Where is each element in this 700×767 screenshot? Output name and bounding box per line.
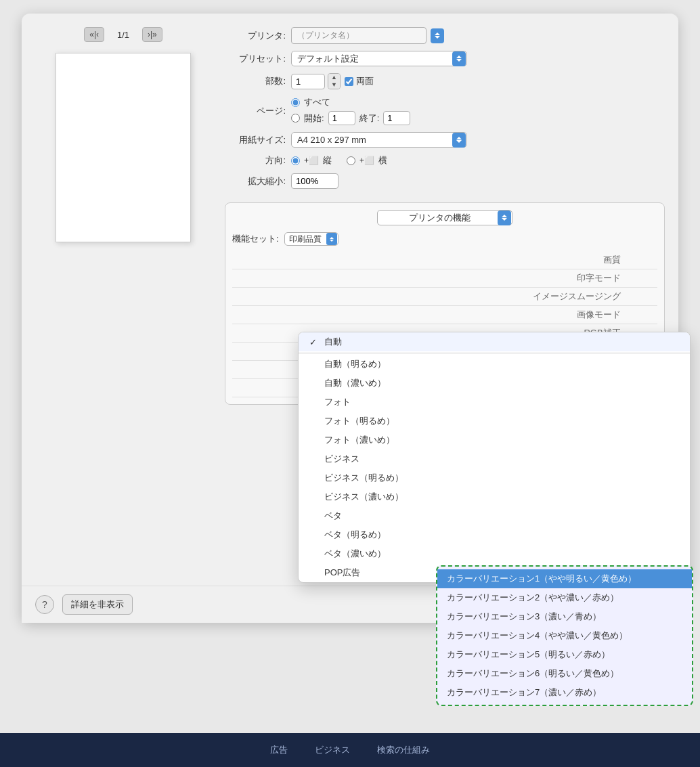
features-title-select[interactable]: プリンタの機能 (377, 210, 512, 225)
bottom-left: ? 詳細を非表示 (35, 594, 133, 615)
copies-increment-button[interactable]: ▲ (328, 74, 340, 81)
preset-arrow-down-icon (456, 59, 462, 62)
printer-control: （プリンタ名） (291, 27, 444, 44)
portrait-radio-label[interactable]: +⬜ 縦 (291, 154, 332, 167)
color-variation-item[interactable]: カラーバリエーション6（明るい／黄色め） (437, 664, 692, 683)
pages-all-radio[interactable] (291, 98, 300, 107)
dropdown-item[interactable]: フォト (299, 393, 690, 412)
printer-arrow-button[interactable] (431, 28, 444, 43)
printer-arrow-down-icon (435, 36, 440, 39)
color-variation-item[interactable]: カラーバリエーション2（やや濃い／赤め） (437, 588, 692, 607)
dropdown-item[interactable]: ベタ（濃いめ） (299, 544, 690, 563)
portrait-label: 縦 (323, 154, 332, 167)
feature-set-select-wrapper[interactable]: 印刷品質 (284, 232, 338, 246)
preset-select[interactable]: デフォルト設定 (291, 51, 467, 66)
feature-table-row: 印字モード (232, 269, 657, 288)
dropdown-separator (299, 353, 690, 353)
copies-decrement-button[interactable]: ▼ (328, 81, 340, 89)
next-last-button[interactable]: ›|» (142, 27, 162, 42)
color-variation-item[interactable]: カラーバリエーション4（やや濃い／黄色め） (437, 626, 692, 645)
copies-stepper: ▲ ▼ (328, 73, 341, 89)
duplex-checkbox[interactable] (345, 77, 353, 86)
features-title-dropdown[interactable]: プリンタの機能 (377, 210, 512, 225)
preset-arrow-button[interactable] (452, 51, 466, 66)
dropdown-item[interactable]: ビジネス（濃いめ） (299, 487, 690, 506)
feature-set-arrow-button[interactable] (326, 233, 337, 245)
feature-row-value (628, 269, 657, 288)
copies-label: 部数: (225, 75, 286, 87)
paper-size-row: 用紙サイズ: A4 210 x 297 mm (225, 132, 665, 148)
printer-name: （プリンタ名） (291, 27, 426, 44)
color-variation-item[interactable]: カラーバリエーション5（明るい／赤め） (437, 645, 692, 664)
paper-size-select-wrapper[interactable]: A4 210 x 297 mm (291, 132, 467, 148)
printer-select-wrapper (431, 28, 444, 43)
footer-link[interactable]: ビジネス (315, 744, 350, 756)
feature-row-value (628, 306, 657, 324)
feature-row-value (628, 251, 657, 269)
printer-label: プリンタ: (225, 30, 286, 42)
landscape-radio[interactable] (347, 156, 355, 165)
footer-link[interactable]: 検索の仕組み (377, 744, 430, 756)
color-variations-section: カラーバリエーション1（やや明るい／黄色め）カラーバリエーション2（やや濃い／赤… (436, 565, 693, 706)
dropdown-item-label: ベタ（明るめ） (324, 529, 386, 541)
dropdown-item-label: 自動 (324, 336, 342, 348)
paper-size-arrow-up-icon (456, 137, 462, 139)
features-title-arrow-button[interactable] (498, 211, 511, 225)
dropdown-item[interactable]: ベタ (299, 506, 690, 525)
feature-row-label: 印字モード (232, 269, 628, 288)
scale-label: 拡大縮小: (225, 175, 286, 188)
dropdown-item[interactable]: 自動（明るめ） (299, 355, 690, 374)
dropdown-item[interactable]: ビジネス (299, 450, 690, 468)
landscape-radio-label[interactable]: +⬜ 横 (347, 154, 387, 167)
dropdown-item[interactable]: ビジネス（明るめ） (299, 468, 690, 487)
features-title-arrow-down-icon (502, 218, 507, 221)
pages-range-radio[interactable] (291, 114, 300, 123)
paper-size-arrow-button[interactable] (452, 133, 466, 148)
color-variation-item[interactable]: カラーバリエーション7（濃い／赤め） (437, 683, 692, 702)
printer-arrow-up-icon (435, 32, 440, 35)
dropdown-item[interactable]: フォト（明るめ） (299, 412, 690, 431)
feature-set-arrow-down-icon (330, 240, 334, 242)
pages-end-input[interactable] (383, 111, 410, 125)
landscape-label: 横 (378, 154, 387, 167)
pages-range-radio-label[interactable]: 開始: 終了: (291, 111, 410, 125)
help-button[interactable]: ? (35, 595, 54, 614)
dropdown-item-label: ビジネス（濃いめ） (324, 491, 403, 503)
dropdown-item[interactable]: 自動（濃いめ） (299, 374, 690, 393)
feature-row-label: 画質 (232, 251, 628, 269)
dropdown-item-label: 自動（明るめ） (324, 358, 386, 370)
pages-range-label: 開始: (304, 112, 324, 125)
dropdown-item[interactable]: ✓自動 (299, 332, 690, 351)
feature-table-row: イメージスムージング (232, 288, 657, 306)
quality-dropdown: ✓自動自動（明るめ）自動（濃いめ）フォトフォト（明るめ）フォト（濃いめ）ビジネス… (298, 332, 691, 583)
dropdown-item-label: ベタ（濃いめ） (324, 548, 386, 560)
copies-input[interactable] (291, 74, 325, 89)
preset-select-wrapper[interactable]: デフォルト設定 (291, 51, 467, 66)
feature-table-row: 画質 (232, 251, 657, 269)
color-variation-item[interactable]: カラーバリエーション1（やや明るい／黄色め） (437, 569, 692, 588)
pages-start-input[interactable] (328, 111, 355, 125)
orientation-row: 方向: +⬜ 縦 +⬜ 横 (225, 154, 665, 167)
scale-row: 拡大縮小: (225, 173, 665, 189)
pages-radio-group: すべて 開始: 終了: (291, 96, 410, 125)
dropdown-item[interactable]: フォト（濃いめ） (299, 431, 690, 450)
pagination-controls: «|‹ 1/1 ›|» (84, 27, 162, 42)
paper-size-select[interactable]: A4 210 x 297 mm (291, 132, 467, 148)
footer-link[interactable]: 広告 (270, 744, 288, 756)
dropdown-item-label: フォト（明るめ） (324, 415, 395, 427)
preset-arrow-up-icon (456, 56, 462, 58)
color-variation-item[interactable]: カラーバリエーション3（濃い／青め） (437, 607, 692, 626)
dropdown-item[interactable]: ベタ（明るめ） (299, 525, 690, 544)
landscape-icon: +⬜ (359, 156, 374, 165)
duplex-checkbox-label[interactable]: 両面 (345, 75, 374, 87)
paper-size-label: 用紙サイズ: (225, 134, 286, 146)
pages-all-radio-label[interactable]: すべて (291, 96, 410, 108)
dropdown-item-label: POP広告 (324, 567, 360, 579)
portrait-radio[interactable] (291, 156, 300, 165)
first-prev-button[interactable]: «|‹ (84, 27, 104, 42)
copies-row: 部数: ▲ ▼ 両面 (225, 73, 665, 89)
features-title-arrow-up-icon (502, 215, 507, 217)
portrait-icon: +⬜ (304, 156, 319, 165)
scale-input[interactable] (291, 173, 338, 189)
detail-hide-button[interactable]: 詳細を非表示 (62, 594, 133, 615)
